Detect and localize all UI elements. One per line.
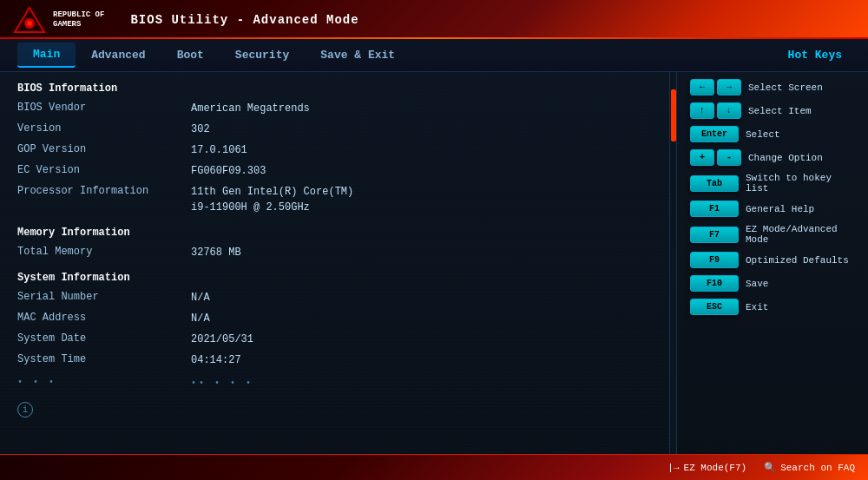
version-label: Version: [17, 122, 191, 135]
logo-text: REPUBLIC OF GAMERS: [53, 10, 104, 30]
svg-point-2: [27, 21, 32, 26]
total-memory-value: 32768 MB: [191, 245, 241, 260]
ec-value: FG060F09.303: [191, 163, 266, 179]
f9-label: Optimized Defaults: [746, 255, 855, 266]
plus-key[interactable]: +: [690, 149, 714, 166]
hotkey-select-screen: ← → Select Screen: [690, 79, 855, 95]
hotkey-change-option: + - Change Option: [690, 149, 855, 166]
hotkey-select-item: ↑ ↓ Select Item: [690, 102, 855, 119]
system-section-row: System Information: [17, 268, 659, 287]
hotkeys-panel: ← → Select Screen ↑ ↓ Select Item Enter …: [677, 72, 868, 454]
date-row: System Date 2021/05/31: [17, 329, 659, 350]
f1-label: General Help: [746, 204, 855, 214]
f7-label: EZ Mode/Advanced Mode: [746, 224, 855, 245]
search-icon: 🔍: [764, 462, 776, 473]
bios-info-section-header: BIOS Information: [17, 82, 659, 95]
memory-section-row: Memory Information: [17, 223, 659, 242]
search-label: Search on FAQ: [780, 463, 855, 473]
select-label: Select: [746, 129, 855, 140]
scroll-indicator[interactable]: [669, 72, 676, 454]
select-item-label: Select Item: [748, 106, 855, 116]
arrow-left-key[interactable]: ←: [690, 79, 714, 95]
bios-title: BIOS Utility - Advanced Mode: [130, 13, 358, 27]
bios-vendor-label: BIOS Vendor: [17, 101, 191, 114]
change-option-label: Change Option: [748, 153, 855, 163]
hotkey-f10: F10 Save: [690, 275, 855, 292]
gop-label: GOP Version: [17, 142, 191, 155]
select-screen-label: Select Screen: [748, 82, 855, 93]
arrow-up-key[interactable]: ↑: [690, 102, 714, 119]
f1-key[interactable]: F1: [690, 201, 739, 217]
minus-key[interactable]: -: [717, 149, 741, 166]
hotkeys-label: Hot Keys: [788, 49, 842, 62]
nav-save-exit[interactable]: Save & Exit: [305, 43, 411, 67]
scroll-thumb: [671, 89, 676, 141]
ec-row: EC Version FG060F09.303: [17, 161, 659, 181]
nav-main[interactable]: Main: [17, 43, 76, 68]
dots-right: •• • • •: [191, 377, 253, 390]
ec-label: EC Version: [17, 163, 191, 176]
ez-mode-label: EZ Mode(F7): [684, 463, 747, 473]
date-value[interactable]: 2021/05/31: [191, 332, 253, 347]
date-label: System Date: [17, 332, 191, 345]
tab-label: Switch to hokey list: [746, 173, 855, 194]
esc-key[interactable]: ESC: [690, 299, 739, 315]
plus-minus-btn: + -: [690, 149, 741, 166]
arrow-ud-btn: ↑ ↓: [690, 102, 741, 119]
main-content: BIOS Information BIOS Vendor American Me…: [0, 72, 868, 454]
enter-key[interactable]: Enter: [690, 126, 739, 142]
time-row: System Time 04:14:27: [17, 350, 659, 371]
f9-key[interactable]: F9: [690, 252, 739, 268]
search-footer[interactable]: 🔍 Search on FAQ: [764, 462, 855, 473]
version-row: Version 302: [17, 119, 659, 140]
bios-vendor-row: BIOS Vendor American Megatrends: [17, 98, 659, 119]
bios-info-panel: BIOS Information BIOS Vendor American Me…: [0, 72, 677, 454]
esc-label: Exit: [746, 302, 855, 312]
processor-row: Processor Information 11th Gen Intel(R) …: [17, 181, 659, 218]
arrow-lr-btn: ← →: [690, 79, 741, 95]
f7-key[interactable]: F7: [690, 227, 739, 243]
rog-logo: [13, 6, 46, 34]
hotkey-f9: F9 Optimized Defaults: [690, 252, 855, 268]
serial-value: N/A: [191, 290, 210, 306]
gop-value: 17.0.1061: [191, 142, 247, 158]
hotkey-tab: Tab Switch to hokey list: [690, 173, 855, 194]
hotkey-f7: F7 EZ Mode/Advanced Mode: [690, 224, 855, 245]
bios-header: REPUBLIC OF GAMERS BIOS Utility - Advanc…: [0, 0, 868, 39]
ez-mode-footer[interactable]: |→ EZ Mode(F7): [667, 463, 746, 473]
processor-label: Processor Information: [17, 184, 191, 197]
serial-label: Serial Number: [17, 290, 191, 303]
gop-row: GOP Version 17.0.1061: [17, 140, 659, 161]
nav-bar: Main Advanced Boot Security Save & Exit …: [0, 39, 868, 72]
f10-key[interactable]: F10: [690, 275, 739, 292]
serial-row: Serial Number N/A: [17, 287, 659, 308]
version-value: 302: [191, 122, 210, 137]
tab-key[interactable]: Tab: [690, 175, 739, 192]
bios-vendor-value: American Megatrends: [191, 101, 310, 116]
mac-value: N/A: [191, 311, 210, 326]
memory-section-header: Memory Information: [17, 226, 659, 239]
nav-advanced[interactable]: Advanced: [76, 43, 161, 67]
footer: |→ EZ Mode(F7) 🔍 Search on FAQ: [0, 454, 868, 480]
hotkey-f1: F1 General Help: [690, 201, 855, 217]
total-memory-label: Total Memory: [17, 245, 191, 258]
processor-value: 11th Gen Intel(R) Core(TM) i9-11900H @ 2…: [191, 184, 353, 215]
system-section-header: System Information: [17, 271, 659, 284]
hotkey-esc: ESC Exit: [690, 299, 855, 315]
nav-security[interactable]: Security: [220, 43, 305, 67]
nav-boot[interactable]: Boot: [161, 43, 220, 67]
hotkey-select: Enter Select: [690, 126, 855, 142]
logo-area: REPUBLIC OF GAMERS: [13, 6, 104, 34]
time-value[interactable]: 04:14:27: [191, 352, 241, 368]
bios-info-header-row: BIOS Information: [17, 79, 659, 98]
f10-label: Save: [746, 279, 855, 289]
arrow-right-key[interactable]: →: [717, 79, 741, 95]
mac-label: MAC Address: [17, 311, 191, 324]
time-label: System Time: [17, 352, 191, 365]
info-icon: i: [17, 402, 33, 418]
total-memory-row: Total Memory 32768 MB: [17, 242, 659, 263]
pipe-icon: |→: [667, 463, 679, 473]
mac-row: MAC Address N/A: [17, 308, 659, 329]
dots-left: • • •: [17, 377, 191, 387]
arrow-down-key[interactable]: ↓: [717, 102, 741, 119]
